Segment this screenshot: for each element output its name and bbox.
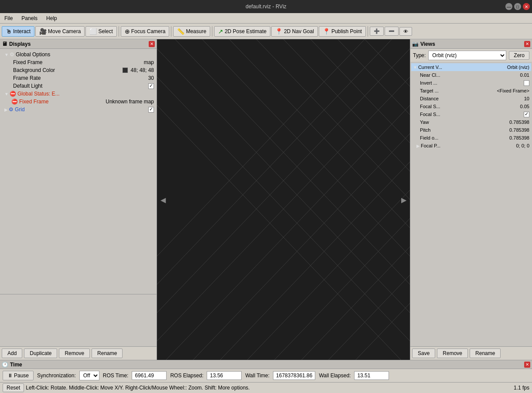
svg-line-1 [157,39,410,360]
default-light-row[interactable]: Default Light [2,82,155,90]
distance-row[interactable]: Distance 10 [411,95,531,103]
zoom-out-button[interactable]: ➖ [385,27,399,36]
default-light-checkbox[interactable] [148,83,154,89]
near-clip-row[interactable]: Near Cl... 0.01 [411,71,531,79]
select-label: Select [98,28,113,34]
gear-icon: ⚙ [10,51,14,58]
field-o-row[interactable]: Field o... 0.785398 [411,134,531,142]
focal-p-row[interactable]: ▶ Focal P... 0; 0; 0 [411,142,531,150]
titlebar-title: default.rviz - RViz [246,3,286,10]
maximize-button[interactable]: □ [514,3,521,10]
move-camera-label: Move Camera [48,28,81,34]
yaw-label: Yaw [420,120,509,125]
focal-s2-row[interactable]: Focal S... [411,110,531,118]
ros-time-value: 6961.49 [132,371,167,380]
focal-s1-row[interactable]: Focal S... 0.05 [411,103,531,110]
pause-label: Pause [14,372,29,379]
svg-line-3 [157,39,401,360]
main-content: 🖥 Displays ✕ ▼ ⚙ Global Options Fixed Fr… [0,39,532,360]
minimize-button[interactable]: — [505,3,512,10]
views-rename-button[interactable]: Rename [470,349,501,358]
time-close-button[interactable]: ✕ [524,362,530,368]
close-button[interactable]: ✕ [523,3,530,10]
global-options-label: Global Options [16,51,154,58]
current-view-arrow[interactable]: ▼ [413,65,417,70]
remove-button[interactable]: Remove [59,349,90,358]
zoom-in-button[interactable]: ➕ [370,27,384,36]
type-select[interactable]: Orbit (rviz) [428,51,506,60]
menu-file[interactable]: File [2,14,15,22]
viewport-left-arrow[interactable]: ◀ [159,194,167,205]
error-icon: ⛔ [10,91,16,97]
status-text: Left-Click: Rotate. Middle-Click: Move X… [26,385,512,391]
focus-camera-button[interactable]: ⊕ Focus Camera [121,26,170,37]
focal-p-value: 0; 0; 0 [516,143,529,148]
pitch-row[interactable]: Pitch 0.785398 [411,126,531,134]
viewport[interactable]: ◀ ▶ [157,39,410,360]
focal-s1-value: 0.05 [520,104,529,109]
measure-button[interactable]: 📏 Measure [173,26,210,37]
displays-close-button[interactable]: ✕ [149,41,155,47]
svg-line-18 [220,39,410,360]
background-color-label: Background Color [13,67,123,73]
displays-panel-title: Displays [9,41,31,47]
svg-line-12 [157,39,410,360]
global-options-row[interactable]: ▼ ⚙ Global Options [2,51,155,58]
viewport-right-arrow[interactable]: ▶ [399,194,408,205]
global-options-arrow[interactable]: ▼ [4,52,9,57]
camera-view-button[interactable]: 👁 [399,27,412,36]
views-save-button[interactable]: Save [412,349,435,358]
displays-panel-title-row: 🖥 Displays [2,41,31,47]
publish-point-button[interactable]: 📍 Publish Point [319,26,366,37]
toolbar-sep-2 [171,26,171,37]
pose-estimate-icon: ↗ [218,28,223,35]
background-color-row[interactable]: Background Color 48; 48; 48 [2,66,155,74]
current-view-header[interactable]: ▼ Current V... Orbit (rviz) [411,63,531,71]
rename-button[interactable]: Rename [92,349,123,358]
add-button[interactable]: Add [2,349,22,358]
titlebar: default.rviz - RViz — □ ✕ [0,0,532,13]
target-row[interactable]: Target ... <Fixed Frame> [411,87,531,95]
fixed-frame-value: map [144,59,154,65]
grid-row[interactable]: ▶ ⚙ Grid [2,106,155,113]
focal-p-arrow[interactable]: ▶ [416,144,420,148]
target-value: <Fixed Frame> [497,88,529,93]
fixed-frame-row[interactable]: Fixed Frame map [2,58,155,66]
focal-s2-checkbox[interactable] [524,112,529,117]
global-status-row[interactable]: ▼ ⛔ Global Status: E... [2,90,155,98]
sync-select[interactable]: Off [79,371,99,380]
menubar: File Panels Help [0,13,532,24]
select-button[interactable]: ⬜ Select [85,26,116,37]
frame-rate-label: Frame Rate [13,75,147,81]
views-remove-button[interactable]: Remove [437,349,468,358]
measure-label: Measure [186,28,206,34]
displays-panel-buttons: Add Duplicate Remove Rename [0,346,157,360]
global-status-arrow[interactable]: ▼ [4,92,9,96]
nav-goal-button[interactable]: 📍 2D Nav Goal [271,26,318,37]
displays-content: ▼ ⚙ Global Options Fixed Frame map Backg… [0,49,157,294]
pitch-label: Pitch [420,127,509,133]
frame-rate-row[interactable]: Frame Rate 30 [2,74,155,82]
time-panel: 🕐 Time ✕ ⏸ Pause Synchronization: Off RO… [0,360,532,382]
grid-arrow[interactable]: ▶ [4,107,8,112]
monitor-icon: 🖥 [2,41,7,47]
reset-button[interactable]: Reset [3,383,24,392]
views-panel-title-row: 📷 Views [412,41,435,47]
error-icon-2: ⛔ [11,99,18,105]
yaw-row[interactable]: Yaw 0.785398 [411,118,531,126]
duplicate-button[interactable]: Duplicate [24,349,57,358]
grid-checkbox[interactable] [148,107,154,113]
menu-panels[interactable]: Panels [19,14,40,22]
grid-label: Grid [15,106,148,113]
nav-goal-icon: 📍 [275,28,283,35]
invert-row[interactable]: Invert ... [411,79,531,87]
move-camera-button[interactable]: 🎥 Move Camera [35,26,85,37]
invert-checkbox[interactable] [524,80,529,86]
pose-estimate-button[interactable]: ↗ 2D Pose Estimate [214,26,270,37]
interact-button[interactable]: 🖱 Interact [2,26,34,37]
menu-help[interactable]: Help [44,14,60,22]
views-close-button[interactable]: ✕ [524,41,530,47]
pause-button[interactable]: ⏸ Pause [3,371,34,380]
fixed-frame-error-row[interactable]: ⛔ Fixed Frame Unknown frame map [2,98,155,106]
zero-button[interactable]: Zero [509,51,529,60]
